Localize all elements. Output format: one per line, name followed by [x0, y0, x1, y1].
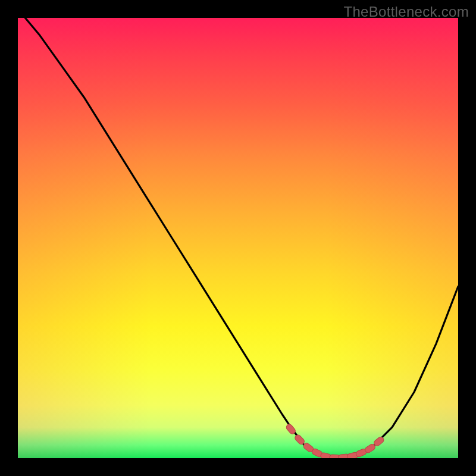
watermark-text: TheBottleneck.com — [343, 4, 469, 20]
plot-area — [18, 18, 458, 458]
curve-overlay — [18, 18, 458, 458]
optimal-range-markers — [285, 423, 385, 458]
bottleneck-curve — [18, 18, 458, 458]
chart-stage: TheBottleneck.com — [0, 0, 476, 476]
